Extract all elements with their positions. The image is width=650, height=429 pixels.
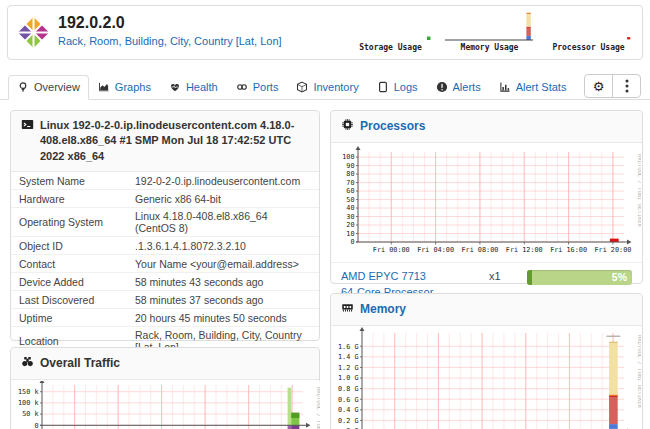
svg-text:150 k: 150 k <box>18 388 38 396</box>
system-info-row: ContactYour Name <your@email.address> <box>11 255 319 273</box>
svg-text:30: 30 <box>346 213 354 221</box>
gear-icon: ⚙ <box>593 79 605 94</box>
svg-text:Fri 00:00: Fri 00:00 <box>373 246 410 254</box>
system-info-panel: Linux 192-0-2-0.ip.linodeusercontent.com… <box>10 110 320 341</box>
svg-text:Fri 04:00: Fri 04:00 <box>417 246 454 254</box>
lightbulb-icon <box>17 81 29 93</box>
overall-traffic-header: Overall Traffic <box>11 348 319 380</box>
mini-graph-canvas <box>542 9 636 43</box>
tab-label: Inventory <box>313 81 358 93</box>
svg-text:90: 90 <box>346 162 354 170</box>
system-banner-text: Linux 192-0-2-0.ip.linodeusercontent.com… <box>40 118 309 164</box>
graphs-icon <box>98 81 110 93</box>
svg-text:RRDTOOL / TOBI OETIKER: RRDTOOL / TOBI OETIKER <box>637 335 641 409</box>
processors-title-link[interactable]: Processors <box>360 118 632 135</box>
tab-inventory[interactable]: Inventory <box>287 75 367 100</box>
system-info-row: Last Discovered58 minutes 37 seconds ago <box>11 291 319 309</box>
row-label: Device Added <box>11 273 127 291</box>
svg-text:RRDTOOL / TOBI OETIKER: RRDTOOL / TOBI OETIKER <box>316 387 320 429</box>
more-options-kebab-button[interactable] <box>612 75 640 97</box>
row-value: 192-0-2-0.ip.linodeusercontent.com <box>127 172 319 190</box>
row-label: System Name <box>11 172 127 190</box>
tab-alerts[interactable]: Alerts <box>427 75 490 100</box>
mini-graph-memory-usage[interactable]: Memory Usage <box>440 9 539 52</box>
svg-text:Fri 16:00: Fri 16:00 <box>550 246 587 254</box>
settings-gear-button[interactable]: ⚙ <box>585 75 612 97</box>
centos-logo-icon <box>17 16 50 53</box>
device-name: 192.0.2.0 <box>58 14 125 32</box>
svg-text:1.0 G: 1.0 G <box>338 375 358 383</box>
system-info-row: HardwareGeneric x86 64-bit <box>11 190 319 208</box>
device-tab-bar: OverviewGraphsHealthPortsInventoryLogsAl… <box>0 72 650 100</box>
svg-text:80: 80 <box>346 171 354 179</box>
svg-text:Fri 12:00: Fri 12:00 <box>506 246 543 254</box>
row-label: Contact <box>11 255 127 273</box>
tab-alert-stats[interactable]: Alert Stats <box>490 75 576 100</box>
svg-text:1.4 G: 1.4 G <box>338 354 358 362</box>
row-value: 58 minutes 43 seconds ago <box>127 273 319 291</box>
health-icon <box>169 81 181 93</box>
overall-traffic-title: Overall Traffic <box>40 355 309 372</box>
mini-graph-processor-usage[interactable]: Processor Usage <box>539 9 638 52</box>
mini-graph-label: Memory Usage <box>461 43 519 52</box>
tab-logs[interactable]: Logs <box>368 75 427 100</box>
row-value: 58 minutes 37 seconds ago <box>127 291 319 309</box>
system-info-header: Linux 192-0-2-0.ip.linodeusercontent.com… <box>11 111 319 172</box>
svg-text:Fri 08:00: Fri 08:00 <box>461 246 498 254</box>
processors-panel: Processors 0102030405060708090100Fri 00:… <box>330 110 643 284</box>
inventory-icon <box>296 81 308 93</box>
tab-ports[interactable]: Ports <box>227 75 288 100</box>
svg-text:10: 10 <box>346 230 354 238</box>
terminal-icon <box>21 118 34 135</box>
memory-graph[interactable]: 0.00.2 G0.4 G0.6 G0.8 G1.0 G1.2 G1.4 G1.… <box>332 327 641 429</box>
header-mini-graphs: Storage UsageMemory UsageProcessor Usage <box>341 9 638 52</box>
row-label: Last Discovered <box>11 291 127 309</box>
system-info-table: System Name192-0-2-0.ip.linodeuserconten… <box>11 172 319 375</box>
svg-text:0: 0 <box>350 239 354 247</box>
tab-label: Health <box>186 81 218 93</box>
svg-text:0: 0 <box>34 422 38 429</box>
svg-text:60: 60 <box>346 188 354 196</box>
svg-text:0.2 G: 0.2 G <box>338 417 358 425</box>
device-location-link[interactable]: Rack, Room, Building, City, Country [Lat… <box>58 35 282 47</box>
tab-health[interactable]: Health <box>160 75 227 100</box>
tab-label: Logs <box>394 81 418 93</box>
mini-graph-canvas <box>443 9 537 43</box>
kebab-icon <box>625 79 629 93</box>
row-value: Linux 4.18.0-408.el8.x86_64 (CentOS 8) <box>127 208 319 237</box>
processors-graph[interactable]: 0102030405060708090100Fri 00:00Fri 04:00… <box>332 144 641 258</box>
memory-panel: Memory 0.00.2 G0.4 G0.6 G0.8 G1.0 G1.2 G… <box>330 293 643 429</box>
tab-label: Graphs <box>115 81 151 93</box>
svg-text:0.4 G: 0.4 G <box>338 407 358 415</box>
cpu-count: x1 <box>489 269 527 282</box>
cpu-usage-fill <box>527 270 532 285</box>
tab-overview[interactable]: Overview <box>8 75 89 100</box>
alertstats-icon <box>499 81 511 93</box>
tab-graphs[interactable]: Graphs <box>89 75 160 100</box>
svg-text:100: 100 <box>342 154 354 162</box>
svg-text:1.2 G: 1.2 G <box>338 364 358 372</box>
cpu-usage-percent: 5% <box>612 270 627 285</box>
mini-graph-storage-usage[interactable]: Storage Usage <box>341 9 440 52</box>
ports-icon <box>236 81 248 93</box>
svg-text:RRDTOOL / TOBI OETIKER: RRDTOOL / TOBI OETIKER <box>637 154 641 228</box>
svg-text:0.6 G: 0.6 G <box>338 396 358 404</box>
row-value: 20 hours 45 minutes 50 seconds <box>127 309 319 327</box>
overall-traffic-graph[interactable]: 050 k100 k150 k-50 k-100 k-150 k-200 kFr… <box>12 381 320 429</box>
device-header-card: 192.0.2.0 Rack, Room, Building, City, Co… <box>7 5 643 60</box>
binoculars-icon <box>21 355 34 372</box>
svg-text:40: 40 <box>346 205 354 213</box>
row-value: Your Name <your@email.address> <box>127 255 319 273</box>
device-toolbar-buttons: ⚙ <box>584 74 641 98</box>
logs-icon <box>377 81 389 93</box>
cpu-usage-progress-bar: 5% <box>527 270 632 285</box>
memory-header: Memory <box>331 294 642 326</box>
system-info-row: Device Added58 minutes 43 seconds ago <box>11 273 319 291</box>
row-value: .1.3.6.1.4.1.8072.3.2.10 <box>127 237 319 255</box>
memory-title-link[interactable]: Memory <box>360 301 632 318</box>
svg-text:0.8 G: 0.8 G <box>338 385 358 393</box>
tab-label: Alerts <box>453 81 481 93</box>
tab-label: Alert Stats <box>516 81 567 93</box>
svg-text:100 k: 100 k <box>18 400 38 408</box>
svg-text:1.6 G: 1.6 G <box>338 343 358 351</box>
